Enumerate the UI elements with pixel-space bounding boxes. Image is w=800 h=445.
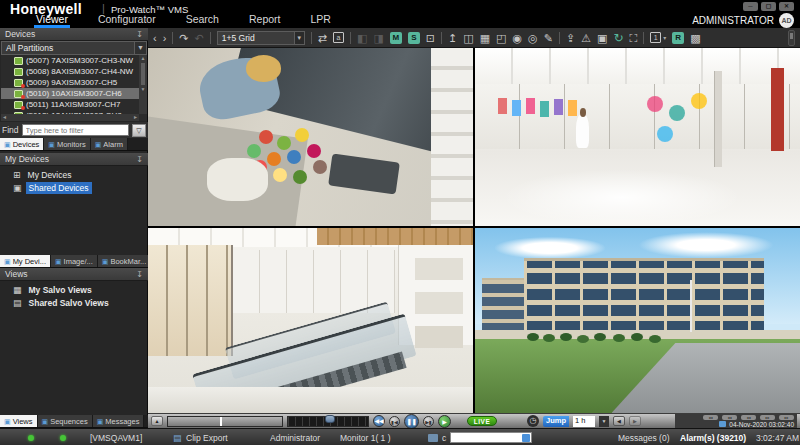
tab[interactable]: Devices	[0, 138, 44, 150]
tab[interactable]: Image/...	[51, 255, 98, 267]
monitor-caret-icon[interactable]: ▾	[663, 32, 666, 44]
tab[interactable]: Views	[0, 415, 38, 427]
tab[interactable]: My Devi...	[0, 255, 51, 267]
camera-feed-checkout[interactable]	[148, 48, 473, 226]
tab[interactable]: BookMar...	[98, 255, 151, 267]
fullscreen-icon[interactable]: ⛶	[629, 32, 637, 44]
device-list-hscrollbar[interactable]: ◂▸	[1, 114, 139, 121]
layers-icon[interactable]: ▩	[690, 32, 700, 44]
user-area[interactable]: ADMINISTRATOR AD	[692, 13, 794, 28]
separator[interactable]	[311, 32, 312, 44]
speed-step-icon[interactable]: ▸▸	[779, 415, 794, 420]
chevron-down-icon[interactable]: ▼	[294, 32, 304, 44]
picture-in-picture-icon[interactable]: ▣	[597, 32, 607, 44]
tab[interactable]: Messages	[93, 415, 145, 427]
menu-item[interactable]: Configurator	[96, 13, 158, 28]
separator[interactable]	[441, 32, 442, 44]
menu-item[interactable]: Viewer	[34, 13, 70, 28]
separator[interactable]	[643, 32, 644, 44]
grid-layout-dropdown[interactable]: 1+5 Grid ▼	[217, 31, 305, 45]
menu-item[interactable]: LPR	[308, 13, 332, 28]
play-button[interactable]: ▶	[438, 415, 451, 428]
speed-step-icon[interactable]: ◂◂	[703, 415, 718, 420]
alarms-indicator[interactable]: Alarm(s) (39210)	[680, 429, 746, 445]
tree-item[interactable]: ▤ Shared Salvo Views	[0, 296, 148, 309]
command-input[interactable]	[450, 432, 532, 443]
clip-export-label[interactable]: Clip Export	[186, 429, 228, 445]
tree-item[interactable]: ▦ My Salvo Views	[0, 283, 148, 296]
separator[interactable]	[559, 32, 560, 44]
collapse-playbar-button[interactable]: ▲	[151, 416, 163, 426]
filter-input[interactable]	[22, 124, 129, 136]
tab[interactable]: Monitors	[44, 138, 90, 150]
grid-settings-icon[interactable]: ▦	[480, 32, 490, 44]
search-icon[interactable]	[522, 434, 530, 442]
save-layout-icon[interactable]: ◰	[496, 32, 506, 44]
close-button[interactable]: ✕	[779, 2, 794, 11]
pin-icon[interactable]: ↧	[136, 30, 143, 39]
step-back-button[interactable]: ▮◀	[389, 416, 400, 427]
separator[interactable]	[350, 32, 351, 44]
speed-step-icon[interactable]: ▸▸	[760, 415, 775, 420]
dock-left-icon[interactable]: ◧	[357, 32, 367, 44]
jump-interval-input[interactable]: 1 h	[573, 416, 595, 427]
popout-window-icon[interactable]: ⊡	[426, 32, 435, 44]
camera-feed-mall-atrium[interactable]	[475, 48, 800, 226]
jump-forward-button[interactable]: ▶	[629, 416, 641, 426]
chevron-down-icon[interactable]: ▼	[134, 42, 146, 54]
pause-button[interactable]: ❚❚	[404, 414, 419, 429]
messages-indicator[interactable]: Messages (0)	[618, 429, 670, 445]
jump-button[interactable]: Jump	[543, 416, 569, 427]
device-list-vscrollbar[interactable]: ▲▼	[139, 55, 147, 114]
tree-item[interactable]: ⊞ My Devices	[0, 168, 148, 181]
camera-feed-building-exterior[interactable]	[475, 228, 800, 413]
camera-icon[interactable]: ◎	[528, 32, 538, 44]
pin-icon[interactable]: ↧	[136, 155, 143, 164]
device-row[interactable]: (5008) 8AXISM3007-CH4-NW	[1, 66, 139, 77]
rewind-button[interactable]: ◀◀	[373, 415, 385, 427]
tree-item[interactable]: ▣ Shared Devices	[0, 181, 148, 194]
device-row[interactable]: (5010) 10AXISM3007-CH6	[1, 88, 139, 99]
speed-step-icon[interactable]: ◂◂	[722, 415, 737, 420]
maximize-button[interactable]: ▢	[761, 2, 776, 11]
clip-export-icon[interactable]: ▤	[173, 429, 182, 445]
minimize-button[interactable]: ─	[743, 2, 758, 11]
map-view-icon[interactable]: M	[390, 32, 402, 44]
partition-dropdown[interactable]: All Partitions ▼	[1, 41, 147, 55]
clock-icon[interactable]: ◷	[527, 415, 539, 427]
device-row[interactable]: (5009) 9AXISM3007-CH5	[1, 77, 139, 88]
record-icon[interactable]: R	[672, 32, 684, 44]
filter-icon[interactable]: ▽	[132, 124, 146, 137]
upload-icon[interactable]: ⇪	[566, 32, 575, 44]
calendar-icon[interactable]	[719, 421, 726, 427]
undo-icon[interactable]: ↶	[195, 32, 204, 44]
annotate-icon[interactable]: ✎	[544, 32, 553, 44]
snapshot-icon[interactable]: ◉	[512, 32, 522, 44]
separator[interactable]	[210, 32, 211, 44]
recording-timeline[interactable]	[167, 416, 283, 427]
jump-back-button[interactable]: ◀	[613, 416, 625, 426]
export-image-icon[interactable]: ◫	[463, 32, 473, 44]
tab[interactable]: Alarm	[91, 138, 128, 150]
device-row[interactable]: (5011) 11AXISM3007-CH7	[1, 99, 139, 110]
live-button[interactable]: LIVE	[467, 416, 497, 426]
dock-right-icon[interactable]: ◨	[373, 32, 383, 44]
salvo-view-icon[interactable]: S	[408, 32, 420, 44]
avatar[interactable]: AD	[779, 13, 794, 28]
refresh-icon[interactable]: ↻	[613, 32, 623, 44]
swap-tiles-icon[interactable]: ⇄	[318, 32, 327, 44]
auto-sequence-icon[interactable]: a	[333, 32, 344, 43]
step-forward-button[interactable]: ▶▮	[423, 416, 434, 427]
tab[interactable]: Sequences	[38, 415, 93, 427]
chevron-down-icon[interactable]: ▼	[599, 416, 609, 427]
speed-step-icon[interactable]: ◂◂	[741, 415, 756, 420]
device-row[interactable]: (5007) 7AXISM3007-CH3-NW	[1, 55, 139, 66]
export-icon[interactable]: ↥	[448, 32, 457, 44]
monitor-1-icon[interactable]: 1	[650, 32, 661, 43]
menu-item[interactable]: Search	[184, 13, 221, 28]
pin-icon[interactable]: ↧	[136, 270, 143, 279]
camera-feed-mall-escalator[interactable]	[148, 228, 473, 413]
menu-item[interactable]: Report	[247, 13, 283, 28]
next-layout-icon[interactable]: ›	[163, 32, 167, 44]
redo-icon[interactable]: ↷	[179, 32, 188, 44]
